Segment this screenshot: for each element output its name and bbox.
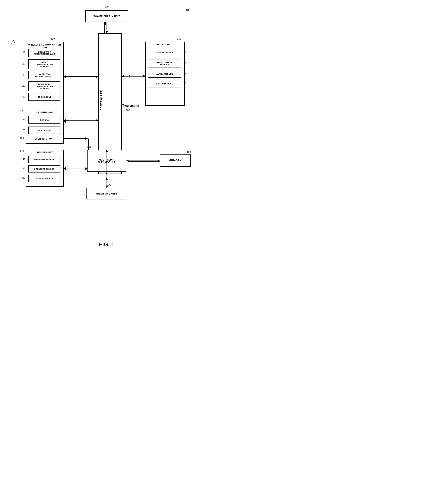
alarm-module: ALARM MODULE [148, 70, 181, 78]
pressure-sensor: PRESSURE SENSOR [28, 165, 61, 173]
ref-157: 157 [183, 82, 186, 84]
interface-box: INTERFACE UNIT [86, 188, 127, 199]
motion-sensor: MOTION SENSOR [28, 175, 61, 182]
svg-marker-25 [128, 160, 130, 162]
broadcast-module: BROADCAST RECEPTION MODULE [28, 49, 61, 57]
svg-marker-16 [143, 75, 145, 77]
svg-marker-39 [64, 76, 66, 78]
user-input-box: USER INPUT UNIT [26, 134, 64, 144]
svg-marker-9 [64, 121, 66, 123]
svg-marker-22 [64, 168, 66, 170]
svg-marker-49 [64, 167, 66, 169]
ref-160: 160 [187, 151, 191, 153]
ref-151: 151 [183, 51, 186, 54]
svg-marker-38 [96, 76, 98, 78]
svg-marker-6 [64, 75, 66, 78]
ref-100: 100 [186, 8, 191, 12]
ref-140: 140 [20, 150, 24, 152]
svg-marker-1 [106, 31, 108, 33]
ref-181: 181 [87, 145, 91, 148]
ref-111: 111 [21, 51, 25, 54]
ref-143: 143 [21, 167, 25, 170]
svg-marker-44 [85, 138, 87, 140]
svg-marker-11 [85, 137, 88, 140]
proximity-sensor: PROXIMITY SENSOR [28, 156, 61, 163]
svg-marker-54 [158, 160, 160, 162]
svg-marker-14 [64, 168, 66, 170]
ref-115: 115 [21, 74, 25, 76]
mobile-comm-module: MOBILE COMMUNICATION MODULE [28, 59, 61, 69]
ref-145: 145 [21, 177, 25, 179]
ref-113: 113 [21, 63, 25, 65]
haptic-module: HAPTIC MODULE [148, 80, 181, 87]
ref-150: 150 [177, 37, 181, 40]
power-supply-box: POWER SUPPLY UNIT [85, 10, 128, 22]
svg-marker-17 [128, 75, 130, 77]
svg-marker-55 [126, 160, 129, 162]
wireless-internet-module: WIRELESS INTERNET MODULE [28, 71, 61, 79]
ref-155: 155 [183, 72, 186, 75]
svg-marker-28 [106, 177, 108, 180]
gps-module: GPS MODULE [28, 93, 61, 101]
svg-marker-41 [96, 119, 98, 121]
ref-121: 121 [21, 118, 25, 121]
display-module: DISPLAY MODULE [148, 49, 181, 56]
ref-123: 123 [21, 129, 25, 131]
ref-190: 190 [105, 5, 108, 8]
ref-170: 170 [107, 183, 111, 186]
ref-153: 153 [183, 62, 186, 64]
svg-marker-42 [64, 119, 66, 121]
microphone-module: MICROPHONE [28, 126, 61, 134]
ref-130: 130 [20, 137, 24, 139]
svg-marker-48 [85, 167, 87, 169]
ref-110: 110 [51, 37, 55, 40]
multimedia-box: MULTIMEDIA PLAY MODULE [87, 150, 126, 172]
ref-117: 117 [21, 84, 25, 87]
svg-marker-51 [143, 75, 145, 77]
svg-marker-52 [122, 75, 124, 77]
svg-marker-36 [104, 22, 106, 24]
memory-box: MEMORY [160, 154, 191, 167]
camera-module: CAMERA [28, 116, 61, 124]
figure-caption: FIG. 1 [0, 239, 214, 254]
diagram: △ POWER SUPPLY UNIT 190 100 CONTROLLER C… [0, 0, 214, 235]
short-range-module: SHORT-RANGE COMMUNICATION MODULE [28, 81, 61, 91]
antenna-symbol: △ [11, 38, 16, 45]
ref-120: 120 [20, 110, 24, 112]
ref-180: 180 [126, 109, 130, 111]
ref-119: 119 [21, 95, 25, 98]
ref-141: 141 [21, 158, 25, 160]
controller-label-h: CONTROLLER [123, 105, 139, 107]
audio-output-module: AUDIO OUTPUT MODULE [148, 59, 181, 68]
controller-label: CONTROLLER [100, 90, 102, 110]
svg-marker-34 [106, 31, 108, 33]
